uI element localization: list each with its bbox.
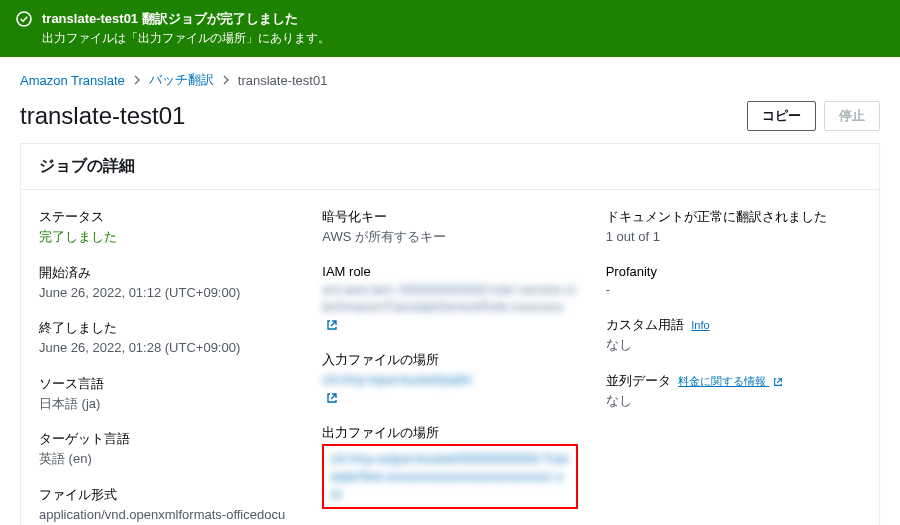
pricing-info-text: 料金に関する情報 xyxy=(678,375,766,387)
filetype-value: application/vnd.openxmlformats-officedoc… xyxy=(39,506,294,525)
iam-role-blurred: arn:aws:iam::000000000000:role/ service-… xyxy=(322,281,577,316)
custom-terms-label-text: カスタム用語 xyxy=(606,317,684,332)
docs-translated-label: ドキュメントが正常に翻訳されました xyxy=(606,208,861,226)
iam-role-value[interactable]: arn:aws:iam::000000000000:role/ service-… xyxy=(322,281,577,334)
pricing-info-link[interactable]: 料金に関する情報 xyxy=(678,375,783,387)
input-location-value[interactable]: s3://my-input-bucket/path/ xyxy=(322,371,577,406)
page-header: translate-test01 コピー 停止 xyxy=(0,95,900,143)
chevron-right-icon xyxy=(222,75,230,85)
profanity-label: Profanity xyxy=(606,264,861,279)
encryption-value: AWS が所有するキー xyxy=(322,228,577,246)
status-value: 完了しました xyxy=(39,228,294,246)
action-buttons: コピー 停止 xyxy=(747,101,880,131)
info-link[interactable]: Info xyxy=(691,319,709,331)
encryption-label: 暗号化キー xyxy=(322,208,577,226)
output-location-blurred: s3://my-output-bucket/00000000000-Transl… xyxy=(330,450,569,503)
success-banner: translate-test01 翻訳ジョブが完了しました 出力ファイルは「出力… xyxy=(0,0,900,57)
banner-title: translate-test01 翻訳ジョブが完了しました xyxy=(42,10,330,28)
target-lang-value: 英語 (en) xyxy=(39,450,294,468)
started-value: June 26, 2022, 01:12 (UTC+09:00) xyxy=(39,284,294,302)
parallel-data-value: なし xyxy=(606,392,861,410)
ended-label: 終了しました xyxy=(39,319,294,337)
docs-translated-value: 1 out of 1 xyxy=(606,228,861,246)
breadcrumb-service[interactable]: Amazon Translate xyxy=(20,73,125,88)
svg-point-0 xyxy=(17,12,31,26)
filetype-label: ファイル形式 xyxy=(39,486,294,504)
breadcrumb: Amazon Translate バッチ翻訳 translate-test01 xyxy=(0,57,900,95)
status-label: ステータス xyxy=(39,208,294,226)
custom-terms-value: なし xyxy=(606,336,861,354)
iam-role-label: IAM role xyxy=(322,264,577,279)
external-link-icon xyxy=(773,375,783,387)
copy-button[interactable]: コピー xyxy=(747,101,816,131)
source-lang-label: ソース言語 xyxy=(39,375,294,393)
started-label: 開始済み xyxy=(39,264,294,282)
details-col-2: 暗号化キー AWS が所有するキー IAM role arn:aws:iam::… xyxy=(322,208,577,525)
banner-message: 出力ファイルは「出力ファイルの場所」にあります。 xyxy=(42,30,330,47)
stop-button: 停止 xyxy=(824,101,880,131)
output-location-label: 出力ファイルの場所 xyxy=(322,424,577,442)
external-link-icon[interactable] xyxy=(326,317,338,332)
success-check-icon xyxy=(16,11,32,30)
details-col-3: ドキュメントが正常に翻訳されました 1 out of 1 Profanity -… xyxy=(606,208,861,525)
profanity-value: - xyxy=(606,281,861,299)
source-lang-value: 日本語 (ja) xyxy=(39,395,294,413)
details-col-1: ステータス 完了しました 開始済み June 26, 2022, 01:12 (… xyxy=(39,208,294,525)
input-location-label: 入力ファイルの場所 xyxy=(322,351,577,369)
chevron-right-icon xyxy=(133,75,141,85)
ended-value: June 26, 2022, 01:28 (UTC+09:00) xyxy=(39,339,294,357)
input-location-blurred: s3://my-input-bucket/path/ xyxy=(322,371,577,389)
external-link-icon[interactable] xyxy=(326,390,338,405)
page-title: translate-test01 xyxy=(20,102,185,130)
target-lang-label: ターゲット言語 xyxy=(39,430,294,448)
output-location-value[interactable]: s3://my-output-bucket/00000000000-Transl… xyxy=(322,444,577,509)
parallel-data-label: 並列データ 料金に関する情報 xyxy=(606,372,861,390)
panel-header: ジョブの詳細 xyxy=(21,144,879,190)
parallel-data-label-text: 並列データ xyxy=(606,373,671,388)
breadcrumb-section[interactable]: バッチ翻訳 xyxy=(149,71,214,89)
job-details-panel: ジョブの詳細 ステータス 完了しました 開始済み June 26, 2022, … xyxy=(20,143,880,525)
custom-terms-label: カスタム用語 Info xyxy=(606,316,861,334)
breadcrumb-current: translate-test01 xyxy=(238,73,328,88)
